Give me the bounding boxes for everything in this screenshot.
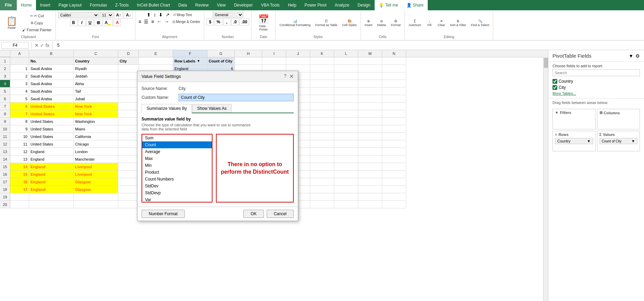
indent-decrease-button[interactable]: ←	[156, 19, 162, 25]
col-header-I[interactable]: I	[262, 50, 286, 57]
cell-B14[interactable]: England	[29, 155, 74, 163]
cell-G1[interactable]: Count of City	[207, 57, 235, 65]
cell-D1[interactable]: City	[118, 57, 139, 65]
dialog-close-button[interactable]: ✕	[289, 73, 294, 80]
dialog-help-icon[interactable]: ?	[284, 73, 287, 80]
cell-K18[interactable]	[310, 186, 334, 193]
tab-view[interactable]: View	[213, 0, 230, 10]
cell-N3[interactable]	[382, 72, 406, 80]
cell-C8[interactable]: New York	[74, 110, 118, 118]
row-header-19[interactable]: 19	[0, 193, 10, 201]
cell-A10[interactable]: 9	[10, 125, 29, 133]
pivot-field-country[interactable]: Country	[552, 78, 640, 84]
tab-tell-me[interactable]: 💡 Tell me	[375, 0, 402, 10]
tab-page-layout[interactable]: Page Layout	[54, 0, 86, 10]
cell-A7[interactable]: 6	[10, 103, 29, 110]
cell-C18[interactable]: Glasgow	[74, 186, 118, 193]
pivot-values-item[interactable]: Count of City ▼	[599, 138, 638, 144]
cell-H1[interactable]	[235, 57, 262, 65]
dialog-title-bar[interactable]: Value Field Settings ? ✕	[137, 71, 298, 82]
cell-M4[interactable]	[358, 80, 382, 88]
scrollbar-thumb[interactable]	[544, 58, 548, 68]
cell-L18[interactable]	[334, 186, 358, 193]
cell-L9[interactable]	[334, 118, 358, 125]
cell-N2[interactable]	[382, 65, 406, 72]
cell-K15[interactable]	[310, 163, 334, 171]
font-grow-button[interactable]: A↑	[114, 12, 123, 19]
align-top-button[interactable]: ⬆	[146, 12, 152, 18]
cell-M10[interactable]	[358, 125, 382, 133]
format-as-table-button[interactable]: 🗒 Format as Table	[314, 18, 339, 28]
cell-C6[interactable]: Jubail	[74, 95, 118, 103]
row-header-20[interactable]: 20	[0, 201, 10, 208]
list-item-count-numbers[interactable]: Count Numbers	[142, 176, 212, 183]
cell-N17[interactable]	[382, 178, 406, 186]
cell-K10[interactable]	[310, 125, 334, 133]
col-header-C[interactable]: C	[74, 50, 118, 57]
merge-center-button[interactable]: ⊡ Merge & Center	[171, 19, 202, 25]
cell-F1[interactable]: Row Labels ▼	[173, 57, 207, 65]
cell-M16[interactable]	[358, 171, 382, 178]
cell-D6[interactable]	[118, 95, 139, 103]
list-item-sum[interactable]: Sum	[142, 135, 212, 141]
row-header-3[interactable]: 3	[0, 72, 10, 80]
cell-C7[interactable]: New York	[74, 103, 118, 110]
col-header-E[interactable]: E	[139, 50, 173, 57]
col-header-F[interactable]: F	[173, 50, 207, 57]
cell-B9[interactable]: United States	[29, 118, 74, 125]
cell-L16[interactable]	[334, 171, 358, 178]
row-header-10[interactable]: 10	[0, 125, 10, 133]
row-header-2[interactable]: 2	[0, 65, 10, 72]
cell-L20[interactable]	[334, 201, 358, 208]
cell-M1[interactable]	[358, 57, 382, 65]
col-header-A[interactable]: A	[10, 50, 29, 57]
cell-B12[interactable]: United States	[29, 140, 74, 148]
pivot-panel-settings-icon[interactable]: ⚙	[635, 53, 640, 59]
cell-A12[interactable]: 11	[10, 140, 29, 148]
col-header-G[interactable]: G	[207, 50, 235, 57]
cell-N4[interactable]	[382, 80, 406, 88]
cell-A16[interactable]: 15	[10, 171, 29, 178]
cell-M5[interactable]	[358, 88, 382, 95]
cell-L4[interactable]	[334, 80, 358, 88]
font-name-selector[interactable]: Calibri	[58, 12, 99, 18]
row-header-11[interactable]: 11	[0, 133, 10, 140]
cell-L14[interactable]	[334, 155, 358, 163]
decimal-decrease-button[interactable]: .00	[240, 19, 250, 25]
cell-C4[interactable]: Abha	[74, 80, 118, 88]
cell-B4[interactable]: Saudi Arabia	[29, 80, 74, 88]
cell-D9[interactable]	[118, 118, 139, 125]
col-header-L[interactable]: L	[334, 50, 358, 57]
cell-B2[interactable]: Saudi Arabia	[29, 65, 74, 72]
cell-K4[interactable]	[310, 80, 334, 88]
list-item-average[interactable]: Average	[142, 148, 212, 155]
align-middle-button[interactable]: ↕	[153, 12, 157, 18]
text-angle-button[interactable]: ↗	[165, 12, 171, 18]
cell-M12[interactable]	[358, 140, 382, 148]
cell-C14[interactable]: Manchester	[74, 155, 118, 163]
custom-name-input[interactable]	[179, 94, 294, 101]
cell-K8[interactable]	[310, 110, 334, 118]
cell-L3[interactable]	[334, 72, 358, 80]
cell-A14[interactable]: 13	[10, 155, 29, 163]
cell-C2[interactable]: Riyadh	[74, 65, 118, 72]
cell-A18[interactable]: 17	[10, 186, 29, 193]
tab-incell[interactable]: InCell Bullet Chart	[133, 0, 174, 10]
tab-analyze[interactable]: Analyze	[331, 0, 354, 10]
cell-D7[interactable]	[118, 103, 139, 110]
row-header-13[interactable]: 13	[0, 148, 10, 155]
cell-K16[interactable]	[310, 171, 334, 178]
cell-D16[interactable]	[118, 171, 139, 178]
font-shrink-button[interactable]: A↓	[124, 12, 133, 19]
cell-N10[interactable]	[382, 125, 406, 133]
delete-button[interactable]: ⊖ Delete	[375, 18, 388, 28]
col-header-D[interactable]: D	[118, 50, 139, 57]
cell-I1[interactable]	[262, 57, 286, 65]
tab-power-pivot[interactable]: Power Pivot	[301, 0, 331, 10]
pivot-city-checkbox[interactable]	[552, 85, 557, 90]
more-tables-link[interactable]: More Tables...	[552, 91, 640, 96]
indent-increase-button[interactable]: →	[163, 19, 170, 25]
row-header-12[interactable]: 12	[0, 140, 10, 148]
cell-A4[interactable]: 3	[10, 80, 29, 88]
align-center-button[interactable]: ☰	[143, 19, 149, 25]
